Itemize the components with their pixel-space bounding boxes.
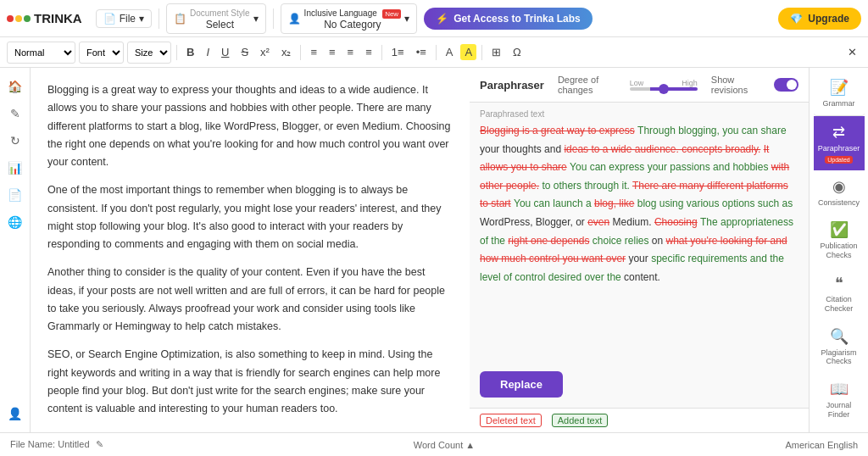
journal-icon: 📖 xyxy=(830,380,849,398)
size-select[interactable]: Size xyxy=(127,42,171,64)
add-express: You can express your passions and hobbie… xyxy=(570,161,771,173)
updated-badge: Updated xyxy=(825,156,852,164)
lightning-icon: ⚡ xyxy=(436,13,448,25)
align-left-button[interactable]: ≡ xyxy=(306,44,321,60)
journal-label: Journal Finder xyxy=(817,401,861,420)
add-choice-relies: choice relies xyxy=(593,235,649,247)
table-button[interactable]: ⊞ xyxy=(487,44,505,60)
editor-area[interactable]: Blogging is a great way to express your … xyxy=(31,68,470,432)
superscript-button[interactable]: x² xyxy=(256,44,274,60)
add-blog-using: blog using various options such as xyxy=(637,197,793,209)
sidebar-item-paraphraser[interactable]: ⇄ Paraphraser Updated xyxy=(814,116,865,170)
add-through: Through blogging, you can share xyxy=(637,125,786,136)
consistency-icon: ◉ xyxy=(832,177,846,196)
file-name-section: File Name: Untitled ✎ xyxy=(10,439,103,450)
editor-paragraph-4: SEO, or Search Engine Optimization, is a… xyxy=(47,346,453,418)
sidebar-icon-translate[interactable]: 🌐 xyxy=(3,210,27,234)
diamond-icon: 💎 xyxy=(790,13,803,25)
sidebar-item-grammar[interactable]: 📝 Grammar xyxy=(814,71,865,116)
document-style-label: Document Style Select xyxy=(190,7,250,31)
paraphraser-icon: ⇄ xyxy=(832,123,845,142)
degree-label: Degree of changes xyxy=(558,75,625,95)
language-label: American English xyxy=(785,440,858,450)
paraphraser-body: Paraphrased text Blogging is a great way… xyxy=(470,103,809,408)
main-area: 🏠 ✎ ↻ 📊 📄 🌐 👤 Blogging is a great way to… xyxy=(0,68,868,432)
legend-added: Added text xyxy=(552,414,609,427)
bold-button[interactable]: B xyxy=(182,44,198,60)
sidebar-icon-refresh[interactable]: ↻ xyxy=(3,129,27,153)
normal-2: WordPress, Blogger, or xyxy=(480,216,587,228)
formatting-bar: Normal Heading 1 Font Size B I U S x² x₂… xyxy=(0,37,868,68)
font-select[interactable]: Font xyxy=(79,42,124,64)
underline-button[interactable]: U xyxy=(217,44,233,60)
special-char-button[interactable]: Ω xyxy=(509,44,526,60)
logo: TRINKA xyxy=(7,11,82,25)
normal-5: your xyxy=(628,253,651,264)
get-access-label: Get Access to Trinka Labs xyxy=(453,13,581,25)
strikethrough-button[interactable]: S xyxy=(236,44,253,60)
editor-paragraph-1: Blogging is a great way to express your … xyxy=(47,81,453,171)
subscript-button[interactable]: x₂ xyxy=(277,44,296,60)
legend: Deleted text Added text xyxy=(470,408,809,432)
sidebar-item-plagiarism[interactable]: 🔍 Plagiarism Checks xyxy=(814,320,865,374)
sidebar-item-publication[interactable]: ✅ Publication Checks xyxy=(814,214,865,267)
sidebar-icon-doc[interactable]: 📄 xyxy=(3,183,27,207)
upgrade-label: Upgrade xyxy=(808,13,849,25)
sidebar-item-consistency[interactable]: ◉ Consistency xyxy=(814,170,865,214)
list-ordered-button[interactable]: 1≡ xyxy=(387,44,409,60)
italic-button[interactable]: I xyxy=(202,44,214,60)
edit-icon[interactable]: ✎ xyxy=(96,439,103,449)
align-justify-button[interactable]: ≡ xyxy=(361,44,376,60)
logo-circle-red xyxy=(7,15,14,22)
highlight-button[interactable]: A xyxy=(460,44,476,60)
degree-slider-container: Low High xyxy=(630,79,698,91)
word-count-label: Word Count xyxy=(414,440,464,450)
sidebar-icon-user[interactable]: 👤 xyxy=(3,402,27,425)
logo-circle-green xyxy=(24,15,31,22)
document-style-icon: 📋 xyxy=(174,13,186,25)
sidebar-item-citation[interactable]: ❝ Citation Checker xyxy=(814,267,865,320)
paraphraser-header: Paraphraser Degree of changes Low High S… xyxy=(470,68,809,103)
sidebar-item-feedback[interactable]: 💬 Feedback xyxy=(814,426,865,432)
legend-deleted: Deleted text xyxy=(480,414,542,427)
right-sidebar: 📝 Grammar ⇄ Paraphraser Updated ◉ Consis… xyxy=(809,68,868,432)
sidebar-icon-chart[interactable]: 📊 xyxy=(3,156,27,180)
file-button[interactable]: 📄 File ▾ xyxy=(96,9,152,28)
show-revisions-section: Show revisions xyxy=(711,75,798,95)
sidebar-item-journal[interactable]: 📖 Journal Finder xyxy=(814,373,865,426)
legend-added-label: Added text xyxy=(552,414,609,427)
add-to-others: to others through it. xyxy=(542,180,629,192)
sidebar-icon-home[interactable]: 🏠 xyxy=(3,75,27,98)
degree-slider[interactable] xyxy=(630,87,698,91)
fmt-divider-3 xyxy=(381,45,382,60)
replace-button[interactable]: Replace xyxy=(480,371,563,398)
sidebar-icon-edit[interactable]: ✎ xyxy=(3,102,27,125)
del-blog-like: blog, like xyxy=(594,197,634,209)
fmt-divider-2 xyxy=(300,45,301,60)
style-select[interactable]: Normal Heading 1 xyxy=(7,42,75,64)
degree-section: Degree of changes Low High xyxy=(558,75,698,95)
word-count-section[interactable]: Word Count ▲ xyxy=(414,440,475,450)
align-right-button[interactable]: ≡ xyxy=(343,44,359,60)
plagiarism-label: Plagiarism Checks xyxy=(817,348,861,367)
normal-6: content. xyxy=(624,271,660,283)
grammar-label: Grammar xyxy=(823,99,855,108)
close-button[interactable]: ✕ xyxy=(843,44,861,60)
list-unordered-button[interactable]: •≡ xyxy=(412,44,431,60)
language-button[interactable]: 👤 Inclusive Language New No Category ▾ xyxy=(281,3,418,34)
upgrade-button[interactable]: 💎 Upgrade xyxy=(778,8,861,30)
del-right-one: right one depends xyxy=(508,235,589,247)
normal-1: your thoughts and xyxy=(480,143,564,155)
font-color-button[interactable]: A xyxy=(442,44,458,60)
language-icon: 👤 xyxy=(288,13,301,25)
toggle-thumb xyxy=(787,80,797,90)
file-label: File xyxy=(120,13,136,25)
citation-icon: ❝ xyxy=(835,274,843,292)
editor-paragraph-3: Another thing to consider is the quality… xyxy=(47,264,453,336)
get-access-button[interactable]: ⚡ Get Access to Trinka Labs xyxy=(424,8,593,30)
language-section: American English xyxy=(785,440,858,450)
align-center-button[interactable]: ≡ xyxy=(325,44,340,60)
document-style-button[interactable]: 📋 Document Style Select ▾ xyxy=(166,3,266,34)
show-revisions-toggle[interactable] xyxy=(774,78,798,92)
del-choosing: Choosing xyxy=(654,216,698,228)
